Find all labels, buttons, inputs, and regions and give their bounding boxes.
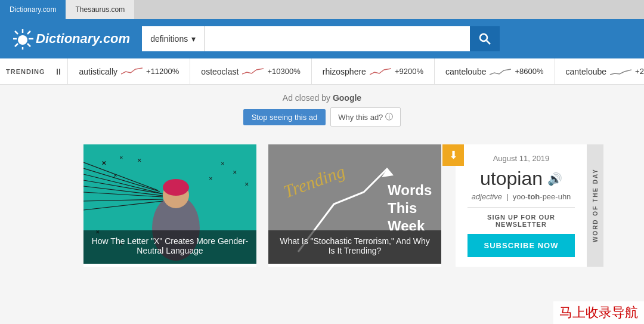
svg-line-7 xyxy=(15,44,18,47)
info-icon: ⓘ xyxy=(385,112,393,122)
svg-text:✕: ✕ xyxy=(209,176,213,181)
svg-text:✕: ✕ xyxy=(221,161,225,166)
cards-area: ✕ ✕ ✕ ✕ ✕ ✕ ✕ ✕ ✕ ✕ How The Letter "X" C… xyxy=(83,144,441,267)
card-gender[interactable]: ✕ ✕ ✕ ✕ ✕ ✕ ✕ ✕ ✕ ✕ How The Letter "X" C… xyxy=(83,144,256,267)
trending-item[interactable]: rhizosphere +9200% xyxy=(311,58,434,84)
card-trending-image: Trending Words This Week What Is "Stocha… xyxy=(268,144,441,264)
svg-text:✕: ✕ xyxy=(137,158,142,163)
wotd-vertical-bar: WORD OF THE DAY xyxy=(587,144,603,267)
site-header: Dictionary.com definitions ▾ xyxy=(0,19,644,58)
trending-item[interactable]: osteoclast +10300% xyxy=(190,58,311,84)
trending-chart-icon xyxy=(610,67,631,76)
wotd-word: utopian 🔊 xyxy=(467,168,575,190)
tab-thesaurus[interactable]: Thesaurus.com xyxy=(66,0,134,19)
svg-line-5 xyxy=(15,31,18,34)
browser-tabs: Dictionary.com Thesaurus.com xyxy=(0,0,644,19)
why-this-ad-button[interactable]: Why this ad? ⓘ xyxy=(330,107,401,126)
svg-text:✕: ✕ xyxy=(113,173,117,178)
logo[interactable]: Dictionary.com xyxy=(12,28,130,50)
search-icon xyxy=(479,33,491,45)
svg-text:✕: ✕ xyxy=(233,169,237,175)
ad-buttons: Stop seeing this ad Why this ad? ⓘ xyxy=(243,107,401,126)
sound-icon[interactable]: 🔊 xyxy=(547,172,562,186)
trending-chart-icon xyxy=(490,67,511,76)
wotd-divider xyxy=(467,207,575,208)
wotd-date: August 11, 2019 xyxy=(467,154,575,163)
download-button[interactable]: ⬇ xyxy=(442,144,464,166)
newsletter-label: SIGN UP FOR OUR NEWSLETTER xyxy=(467,214,575,228)
svg-point-0 xyxy=(18,35,27,45)
trending-chart-icon xyxy=(370,67,391,76)
svg-point-14 xyxy=(163,179,189,196)
svg-text:✕: ✕ xyxy=(244,181,249,187)
logo-icon xyxy=(12,28,33,50)
tab-dictionary[interactable]: Dictionary.com xyxy=(0,0,66,19)
logo-text: Dictionary.com xyxy=(36,31,130,47)
ad-area: Ad closed by Google Stop seeing this ad … xyxy=(0,85,644,132)
search-input[interactable] xyxy=(205,26,470,51)
card-gender-image: ✕ ✕ ✕ ✕ ✕ ✕ ✕ ✕ ✕ ✕ How The Letter "X" C… xyxy=(83,144,256,264)
svg-point-9 xyxy=(480,34,487,41)
stop-seeing-ad-button[interactable]: Stop seeing this ad xyxy=(243,109,326,125)
svg-line-8 xyxy=(27,44,30,47)
card-trending-caption: What Is "Stochastic Terrorism," And Why … xyxy=(268,230,441,264)
trending-bar: TRENDING ⏸ autistically +11200% osteocla… xyxy=(0,58,644,85)
trending-chart-icon xyxy=(242,67,264,76)
search-bar: definitions ▾ xyxy=(142,26,500,51)
trending-item[interactable]: canteloube +8600% xyxy=(434,58,555,84)
wotd-pronunciation: adjective | yoo‑toh‑pee‑uhn xyxy=(467,192,575,201)
svg-text:This: This xyxy=(388,200,417,216)
svg-text:✕: ✕ xyxy=(119,155,123,161)
search-button[interactable] xyxy=(470,26,500,51)
trending-pause-button[interactable]: ⏸ xyxy=(49,67,67,76)
ad-closed-label: Ad closed by Google xyxy=(283,93,361,103)
search-type-button[interactable]: definitions ▾ xyxy=(142,26,205,51)
trending-chart-icon xyxy=(121,67,143,76)
subscribe-button[interactable]: SUBSCRIBE NOW xyxy=(467,234,575,257)
wotd-sidebar: August 11, 2019 utopian 🔊 adjective | yo… xyxy=(456,144,587,267)
wotd-vertical-label: WORD OF THE DAY xyxy=(592,168,599,242)
svg-line-6 xyxy=(27,31,30,34)
card-trending[interactable]: Trending Words This Week What Is "Stocha… xyxy=(268,144,441,267)
wotd-container: WORD OF THE DAY August 11, 2019 utopian … xyxy=(456,144,587,267)
trending-label: TRENDING xyxy=(6,68,49,75)
trending-item[interactable]: autistically +11200% xyxy=(67,58,190,84)
svg-text:Words: Words xyxy=(388,182,432,198)
svg-text:✕: ✕ xyxy=(101,160,106,166)
chevron-down-icon: ▾ xyxy=(191,34,196,44)
svg-line-10 xyxy=(487,41,490,44)
main-content: ✕ ✕ ✕ ✕ ✕ ✕ ✕ ✕ ✕ ✕ How The Letter "X" C… xyxy=(0,132,644,279)
card-gender-caption: How The Letter "X" Creates More Gender-N… xyxy=(83,230,256,264)
trending-item-extra[interactable]: canteloube +26000% xyxy=(555,58,644,84)
